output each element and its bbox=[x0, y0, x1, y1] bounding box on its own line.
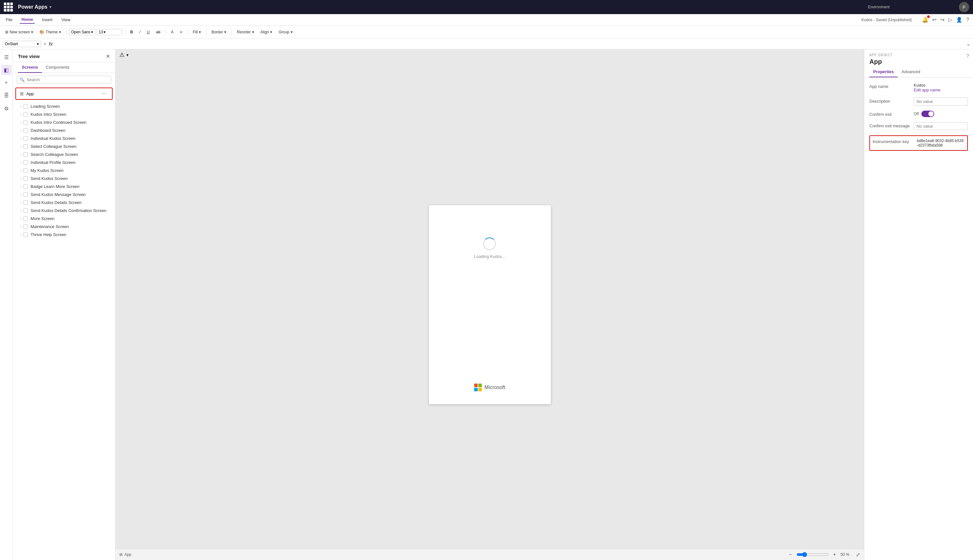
zoom-out-button[interactable]: − bbox=[787, 551, 794, 558]
formula-selector[interactable]: OnStart ▾ bbox=[3, 41, 41, 47]
list-item[interactable]: › Individual Profile Screen bbox=[13, 158, 115, 167]
app-item-more-button[interactable]: ··· bbox=[100, 90, 108, 97]
list-item[interactable]: › Dashboard Screen bbox=[13, 127, 115, 134]
tree-close-button[interactable]: ✕ bbox=[106, 53, 110, 59]
list-item[interactable]: › Search Colleague Screen bbox=[13, 150, 115, 158]
list-item[interactable]: › Send Kudos Details Confirmation Screen bbox=[13, 207, 115, 215]
chevron-icon[interactable]: › bbox=[20, 177, 22, 180]
list-item[interactable]: › Thrive Help Screen bbox=[13, 231, 115, 238]
chevron-icon[interactable]: › bbox=[20, 121, 22, 124]
reorder-button[interactable]: Reorder▾ bbox=[234, 28, 256, 36]
help-icon[interactable]: ? bbox=[966, 17, 969, 23]
list-item[interactable]: › Maintenance Screen bbox=[13, 223, 115, 231]
italic-button[interactable]: / bbox=[137, 28, 143, 36]
chevron-icon[interactable]: › bbox=[20, 233, 22, 237]
formula-expand-icon[interactable]: ⌄ bbox=[966, 41, 970, 47]
list-item[interactable]: › My Kudos Screen bbox=[13, 167, 115, 175]
list-item[interactable]: › Send Kudos Message Screen bbox=[13, 190, 115, 198]
border-button[interactable]: Border▾ bbox=[209, 28, 229, 36]
theme-button[interactable]: 🎨 Theme ▾ bbox=[37, 28, 63, 36]
new-screen-button[interactable]: ⊞ New screen ▾ bbox=[3, 28, 36, 36]
chevron-icon[interactable]: › bbox=[20, 209, 22, 212]
underline-button[interactable]: U bbox=[144, 28, 152, 36]
avatar[interactable]: P bbox=[959, 2, 969, 12]
tab-advanced[interactable]: Advanced bbox=[898, 67, 924, 77]
formula-input[interactable] bbox=[55, 42, 964, 46]
tab-properties[interactable]: Properties bbox=[870, 67, 898, 77]
zoom-in-button[interactable]: + bbox=[831, 551, 838, 558]
screen-checkbox[interactable] bbox=[23, 160, 28, 165]
confirm-exit-toggle[interactable] bbox=[921, 111, 934, 117]
screen-checkbox[interactable] bbox=[23, 233, 28, 237]
sidebar-controls-icon[interactable]: ⚙ bbox=[1, 103, 12, 113]
zoom-slider[interactable] bbox=[796, 552, 829, 557]
chevron-icon[interactable]: › bbox=[20, 161, 22, 164]
waffle-icon[interactable] bbox=[4, 3, 13, 12]
screen-checkbox[interactable] bbox=[23, 192, 28, 197]
list-item[interactable]: › Send Kudos Details Screen bbox=[13, 198, 115, 207]
screen-checkbox[interactable] bbox=[23, 136, 28, 141]
help-icon[interactable]: ? bbox=[966, 53, 969, 59]
screen-checkbox[interactable] bbox=[23, 104, 28, 109]
font-size-dropdown[interactable]: 13▾ bbox=[97, 29, 122, 35]
notifications-icon[interactable]: 🔔 bbox=[922, 17, 928, 23]
app-item[interactable]: ⊞ App ··· bbox=[15, 88, 113, 100]
sidebar-add-icon[interactable]: + bbox=[1, 78, 12, 88]
menu-view[interactable]: View bbox=[60, 16, 73, 23]
screen-checkbox[interactable] bbox=[23, 112, 28, 117]
menu-insert[interactable]: Insert bbox=[40, 16, 55, 23]
chevron-icon[interactable]: › bbox=[20, 105, 22, 108]
redo-icon[interactable]: ↪ bbox=[940, 17, 945, 23]
screen-checkbox[interactable] bbox=[23, 225, 28, 229]
menu-home[interactable]: Home bbox=[20, 16, 35, 24]
chevron-icon[interactable]: › bbox=[20, 185, 22, 188]
sidebar-layers-icon[interactable]: ◧ bbox=[1, 65, 12, 75]
list-item[interactable]: › Loading Screen bbox=[13, 102, 115, 110]
chevron-icon[interactable]: › bbox=[20, 225, 22, 228]
screen-checkbox[interactable] bbox=[23, 208, 28, 213]
undo-icon[interactable]: ↩ bbox=[932, 17, 936, 23]
font-color-button[interactable]: A bbox=[168, 28, 176, 36]
edit-app-name-link[interactable]: Edit app name bbox=[914, 88, 941, 92]
align-button[interactable]: Align▾ bbox=[258, 28, 275, 36]
font-family-dropdown[interactable]: Open Sans▾ bbox=[69, 29, 95, 35]
sidebar-hamburger-icon[interactable]: ☰ bbox=[1, 52, 12, 62]
description-input[interactable] bbox=[914, 98, 968, 105]
group-button[interactable]: Group▾ bbox=[276, 28, 295, 36]
screen-checkbox[interactable] bbox=[23, 184, 28, 189]
chevron-icon[interactable]: › bbox=[20, 137, 22, 140]
chevron-icon[interactable]: › bbox=[20, 169, 22, 172]
list-item[interactable]: › Send Kudos Screen bbox=[13, 175, 115, 182]
screen-checkbox[interactable] bbox=[23, 128, 28, 133]
play-icon[interactable]: ▷ bbox=[948, 17, 952, 23]
screen-checkbox[interactable] bbox=[23, 217, 28, 221]
screen-checkbox[interactable] bbox=[23, 144, 28, 149]
sidebar-database-icon[interactable]: 🗄 bbox=[1, 90, 12, 101]
tab-components[interactable]: Components bbox=[42, 62, 73, 73]
expand-icon[interactable]: ⤢ bbox=[856, 552, 860, 558]
app-title-chevron-icon[interactable]: ▾ bbox=[49, 5, 51, 9]
list-item[interactable]: › Individual Kudos Screen bbox=[13, 134, 115, 142]
screen-checkbox[interactable] bbox=[23, 200, 28, 205]
menu-file[interactable]: File bbox=[4, 16, 15, 23]
align-text-button[interactable]: ≡ bbox=[177, 28, 185, 36]
list-item[interactable]: › Select Colleague Screen bbox=[13, 142, 115, 150]
strikethrough-button[interactable]: ab bbox=[153, 28, 163, 36]
screen-checkbox[interactable] bbox=[23, 152, 28, 157]
screen-checkbox[interactable] bbox=[23, 168, 28, 173]
chevron-icon[interactable]: › bbox=[20, 145, 22, 148]
chevron-icon[interactable]: › bbox=[20, 201, 22, 204]
screen-checkbox[interactable] bbox=[23, 120, 28, 125]
confirm-exit-message-input[interactable] bbox=[914, 122, 968, 130]
chevron-icon[interactable]: › bbox=[20, 113, 22, 116]
chevron-icon[interactable]: › bbox=[20, 217, 22, 220]
fill-button[interactable]: Fill▾ bbox=[190, 28, 203, 36]
chevron-icon[interactable]: › bbox=[20, 193, 22, 196]
list-item[interactable]: › Badge Learn More Screen bbox=[13, 182, 115, 190]
search-input[interactable] bbox=[27, 77, 108, 82]
list-item[interactable]: › Kudos Intro Screen bbox=[13, 110, 115, 118]
bold-button[interactable]: B bbox=[128, 28, 136, 36]
chevron-icon[interactable]: › bbox=[20, 128, 22, 132]
list-item[interactable]: › More Screen bbox=[13, 215, 115, 223]
user-icon[interactable]: 👤 bbox=[956, 17, 962, 23]
